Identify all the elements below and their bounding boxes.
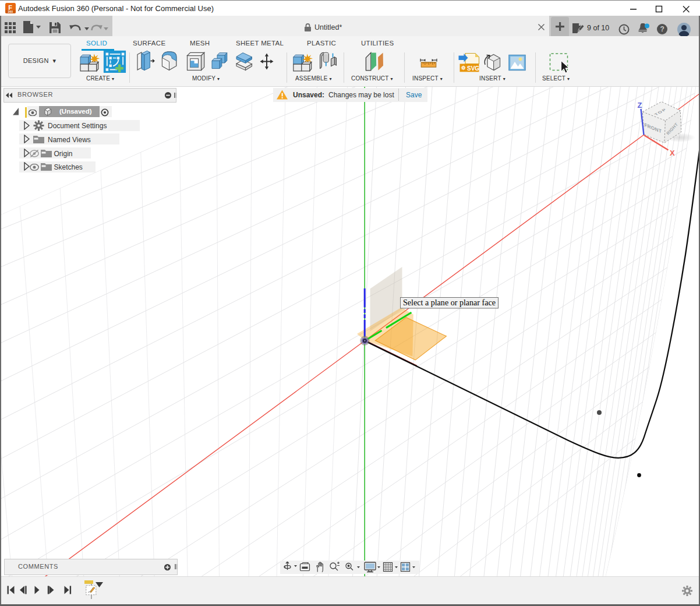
svg-text:SVG: SVG [467, 65, 479, 72]
svg-text:Z: Z [638, 101, 642, 110]
svg-text:X: X [670, 149, 675, 157]
svg-text:Select a plane or planar face: Select a plane or planar face [403, 298, 496, 307]
